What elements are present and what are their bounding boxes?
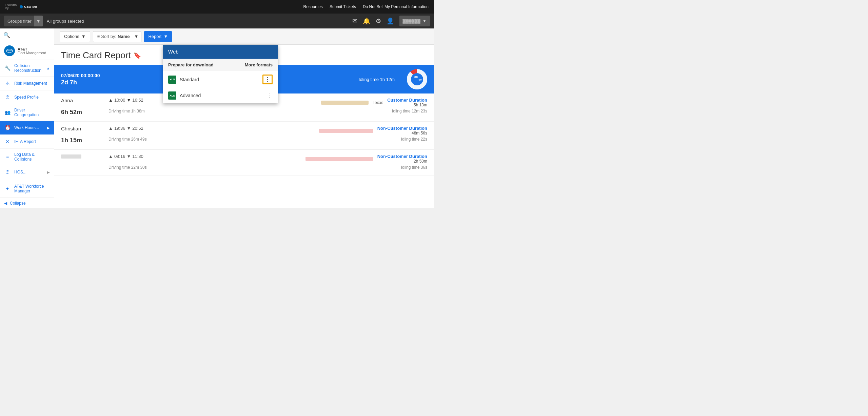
christian-duration: 1h 15m (61, 137, 108, 144)
hos-chevron: ▶ (47, 170, 50, 174)
logdata-icon: ≡ (4, 153, 11, 160)
driver-row-christian: Christian ▲ 19:36 ▼ 20:52 Non-Customer D… (54, 122, 434, 150)
submit-tickets-link[interactable]: Submit Tickets (330, 4, 356, 9)
sort-by-label: Sort by: (101, 34, 116, 39)
driver3-row-bottom: Driving time 22m 30s Idling time 36s (61, 165, 427, 170)
dropdown-advanced-item[interactable]: XLS Advanced ⋮ (163, 88, 278, 103)
advanced-dots-button[interactable]: ⋮ (267, 92, 273, 99)
att-workforce-label: AT&T Workforce Manager (14, 184, 50, 193)
advanced-xls-icon: XLS (168, 91, 176, 100)
christian-time-start: 19:36 (114, 126, 125, 131)
standard-xls-text: XLS (170, 78, 175, 81)
risk-label: Risk Management (14, 81, 50, 86)
workhours-label: Work Hours... (14, 125, 44, 130)
groups-filter-label: Groups filter (7, 19, 32, 24)
att-logo-svg (6, 47, 13, 55)
collision-label: Collision Reconstruction (14, 63, 43, 73)
dropdown-web-label: Web (168, 49, 179, 55)
sidebar-item-risk[interactable]: ⚠ Risk Management (0, 77, 54, 90)
report-arrow: ▼ (163, 34, 168, 39)
driver3-driving-time: Driving time 22m 30s (108, 165, 147, 170)
christian-location-bar: Non-Customer Duration 48m 56s (143, 126, 427, 136)
summary-info: 07/06/20 00:00:00 2d 7h (61, 73, 100, 86)
sidebar-item-workhours[interactable]: ⏰ Work Hours... ▶ (0, 121, 54, 135)
report-label: Report (148, 34, 161, 39)
collision-icon: 🔧 (4, 65, 11, 71)
sidebar-item-hos[interactable]: ⏱ HOS... ▶ (0, 165, 54, 179)
brand-subtitle: Fleet Management (18, 51, 46, 55)
workhours-icon: ⏰ (4, 124, 11, 131)
donut-svg: 88 12 (407, 69, 427, 89)
anna-time-start: 10:00 (114, 98, 125, 103)
advanced-item-label: Advanced (180, 93, 201, 98)
christian-duration-value: 48m 56s (377, 131, 427, 136)
sort-button[interactable]: ≡ Sort by: Name ▼ (93, 31, 142, 42)
standard-dots-button[interactable]: ⋮ (262, 75, 273, 84)
driver3-idling: Idling time 36s (401, 165, 427, 170)
driver3-name-blurred (61, 154, 81, 159)
christian-time-end: 20:52 (132, 126, 143, 131)
options-button[interactable]: Options ▼ (60, 31, 90, 42)
options-label: Options (64, 34, 79, 39)
gear-icon[interactable]: ⚙ (376, 17, 381, 25)
sidebar-collapse-button[interactable]: ◀ Collapse (0, 197, 54, 208)
christian-driving-time: Driving time 26m 49s (108, 137, 147, 142)
ifta-icon: ✕ (4, 138, 11, 145)
options-arrow: ▼ (81, 34, 86, 39)
hos-icon: ⏱ (4, 169, 11, 175)
driver3-duration-info: Non-Customer Duration 2h 50m (377, 154, 427, 164)
sort-arrow: ▼ (134, 34, 139, 39)
dropdown-web-section: Web (163, 45, 278, 59)
content-toolbar: Options ▼ ≡ Sort by: Name ▼ Report ▼ Web (54, 28, 434, 45)
geotab-logo-svg: GEOTAB (20, 3, 47, 10)
dropdown-download-section: Prepare for download More formats XLS St… (163, 59, 278, 103)
dropdown-standard-item[interactable]: XLS Standard ⋮ (163, 71, 278, 88)
dropdown-section-header: Prepare for download More formats (163, 59, 278, 71)
driver3-duration-type: Non-Customer Duration (377, 154, 427, 159)
groups-filter-arrow: ▼ (34, 16, 43, 26)
bell-icon[interactable]: 🔔 (363, 17, 370, 25)
standard-item-label: Standard (180, 77, 199, 82)
sidebar-item-congregation[interactable]: 👥 Driver Congregation (0, 104, 54, 121)
anna-row-bottom: 6h 52m Driving time 1h 38m Idling time 1… (61, 109, 427, 116)
sidebar-item-speed[interactable]: ⏱ Speed Profile (0, 90, 54, 104)
svg-rect-0 (20, 5, 23, 8)
second-navbar: Groups filter ▼ All groups selected ✉ 🔔 … (0, 14, 434, 28)
sidebar-item-ifta[interactable]: ✕ IFTA Report (0, 135, 54, 149)
donut-chart: 88 12 (407, 69, 427, 89)
groups-filter-button[interactable]: Groups filter ▼ (4, 16, 43, 26)
congregation-label: Driver Congregation (14, 108, 50, 117)
nav-icons-right: ✉ 🔔 ⚙ 👤 ▓▓▓▓▓▓ ▼ (352, 16, 430, 26)
christian-row-top: Christian ▲ 19:36 ▼ 20:52 Non-Customer D… (61, 126, 427, 136)
svg-text:12: 12 (418, 79, 422, 82)
report-button[interactable]: Report ▼ (144, 31, 172, 42)
powered-by-text: Poweredby (5, 3, 18, 10)
speed-icon: ⏱ (4, 94, 11, 101)
sidebar-item-collision[interactable]: 🔧 Collision Reconstruction ▲ (0, 60, 54, 77)
att-logo (4, 45, 15, 56)
christian-idling: Idling time 22s (401, 137, 427, 142)
search-icon[interactable]: 🔍 (3, 32, 10, 38)
sort-value: Name (118, 34, 130, 39)
christian-bar (319, 129, 373, 133)
sidebar-item-logdata[interactable]: ≡ Log Data & Collisions (0, 149, 54, 165)
anna-location: Texas (373, 100, 383, 105)
christian-time-up-icon: ▲ (108, 126, 113, 131)
anna-duration-value: 5h 13m (387, 103, 427, 107)
driver3-name (61, 154, 108, 160)
anna-duration-type: Customer Duration (387, 98, 427, 103)
idling-label: Idling time 1h 12m (359, 77, 395, 82)
user-icon[interactable]: 👤 (387, 17, 394, 25)
do-not-sell-link[interactable]: Do Not Sell My Personal Information (363, 4, 429, 9)
driver3-time-down-icon: ▼ (126, 154, 131, 159)
congregation-icon: 👥 (4, 109, 11, 116)
sort-lines-icon: ≡ (97, 34, 100, 39)
user-menu-button[interactable]: ▓▓▓▓▓▓ ▼ (399, 16, 430, 26)
dropdown-more-formats-label[interactable]: More formats (245, 62, 273, 67)
christian-time-down-icon: ▼ (126, 126, 131, 131)
bookmark-icon[interactable]: 🔖 (134, 52, 141, 59)
driver3-bar (305, 157, 373, 161)
sidebar-item-att-workforce[interactable]: ✦ AT&T Workforce Manager (0, 181, 54, 197)
resources-link[interactable]: Resources (303, 4, 323, 9)
mail-icon[interactable]: ✉ (352, 17, 357, 25)
